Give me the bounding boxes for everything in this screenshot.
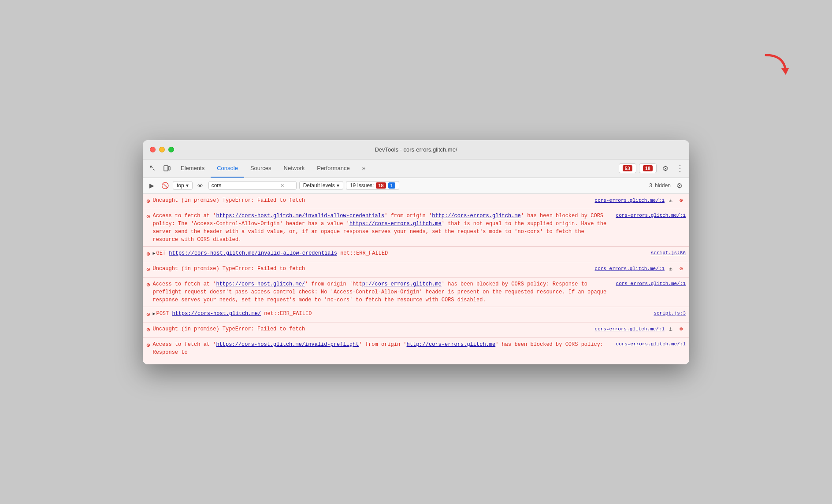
console-entry: ⊗ Uncaught (in promise) TypeError: Faile…: [143, 322, 689, 338]
entry-text: Uncaught (in promise) TypeError: Failed …: [152, 265, 591, 273]
origin-link[interactable]: http://cors-errors.glitch.me: [432, 213, 521, 219]
inspect-element-button[interactable]: [146, 162, 160, 175]
entry-text: Uncaught (in promise) TypeError: Failed …: [152, 196, 591, 204]
live-expressions-button[interactable]: 👁: [195, 180, 206, 191]
error-icon: ⊗: [146, 326, 150, 335]
device-toggle-button[interactable]: [160, 162, 174, 175]
console-entry: ⊗ Access to fetch at 'https://cors-host.…: [143, 338, 689, 364]
title-bar: DevTools - cors-errors.glitch.me/: [143, 140, 689, 159]
entry-link[interactable]: cors-errors.glitch.me/:1: [616, 341, 686, 348]
close-entry-icon[interactable]: ⊗: [677, 265, 686, 274]
error-count-button[interactable]: 53: [619, 163, 636, 173]
console-toolbar: ▶ 🚫 top ▾ 👁 ✕ Default levels ▾ 19 Issues…: [143, 178, 689, 194]
warning-count-button[interactable]: 18: [639, 163, 657, 173]
get-url-link[interactable]: https://cors-host.glitch.me/invalid-allo…: [169, 250, 337, 256]
entry-actions: cors-errors.glitch.me/:1 ⚓ ⊗: [595, 196, 686, 205]
cors-url-link-2[interactable]: ntials: [365, 213, 384, 219]
entry-actions: cors-errors.glitch.me/:1 ⚓ ⊗: [595, 325, 686, 334]
fetch-url-link[interactable]: https://cors-host.glitch.me/: [216, 281, 305, 287]
filter-clear-button[interactable]: ✕: [279, 183, 285, 189]
tab-console[interactable]: Console: [211, 159, 244, 178]
more-options-button[interactable]: ⋮: [674, 163, 686, 173]
warning-badge: 18: [643, 165, 653, 171]
console-entry: ⊗ ▶GET https://cors-host.glitch.me/inval…: [143, 247, 689, 262]
close-entry-icon[interactable]: ⊗: [677, 325, 686, 334]
entry-content: ▶POST https://cors-host.glitch.me/ net::…: [152, 310, 686, 318]
console-entry: ⊗ ▶POST https://cors-host.glitch.me/ net…: [143, 307, 689, 322]
console-output[interactable]: ⊗ Uncaught (in promise) TypeError: Faile…: [143, 194, 689, 364]
console-clear-button[interactable]: 🚫: [160, 180, 170, 191]
tab-list: Elements Console Sources Network Perform…: [175, 159, 618, 178]
entry-link[interactable]: cors-errors.glitch.me/:1: [595, 265, 665, 273]
error-icon: ⊗: [146, 197, 150, 206]
entry-link[interactable]: script.js:86: [651, 249, 686, 257]
settings-button[interactable]: ⚙: [659, 162, 672, 174]
entry-header-row: Access to fetch at 'https://cors-host.gl…: [152, 212, 686, 244]
console-entry: ⊗ Access to fetch at 'https://cors-host.…: [143, 278, 689, 307]
console-entry: ⊗ Uncaught (in promise) TypeError: Faile…: [143, 262, 689, 278]
tab-performance[interactable]: Performance: [311, 159, 356, 178]
preflight-url-link[interactable]: https://cors-host.glitch.me/invalid-pref…: [216, 341, 359, 348]
error-icon: ⊗: [146, 212, 150, 222]
entry-text: ▶GET https://cors-host.glitch.me/invalid…: [152, 249, 647, 257]
svg-rect-0: [164, 166, 168, 171]
close-button[interactable]: [150, 147, 156, 152]
context-dropdown[interactable]: top ▾: [173, 181, 193, 190]
entry-link[interactable]: cors-errors.glitch.me/:1: [595, 197, 665, 204]
entry-content: ▶GET https://cors-host.glitch.me/invalid…: [152, 249, 686, 257]
entry-link[interactable]: cors-errors.glitch.me/:1: [616, 212, 686, 219]
entry-text: Uncaught (in promise) TypeError: Failed …: [152, 325, 591, 333]
entry-text: Access to fetch at 'https://cors-host.gl…: [152, 341, 612, 356]
tab-sources[interactable]: Sources: [244, 159, 278, 178]
expand-arrow[interactable]: ▶: [152, 251, 155, 256]
filter-input-container[interactable]: ✕: [208, 181, 297, 190]
entry-link[interactable]: cors-errors.glitch.me/:1: [595, 326, 665, 333]
origin-text: htt: [353, 281, 362, 287]
entry-link[interactable]: script.js:3: [654, 310, 686, 317]
traffic-lights: [150, 147, 174, 152]
post-url-link[interactable]: https://cors-host.glitch.me/: [172, 311, 261, 317]
hidden-label: hidden: [655, 182, 671, 189]
tab-elements[interactable]: Elements: [175, 159, 211, 178]
entry-content: Access to fetch at 'https://cors-host.gl…: [152, 280, 686, 304]
tab-more[interactable]: »: [356, 159, 371, 178]
origin-link-2[interactable]: p://cors-errors.glitch.me: [362, 281, 442, 287]
acao-link[interactable]: https://cors-errors.glitch.me: [349, 221, 442, 227]
anchor-icon[interactable]: ⚓: [666, 265, 675, 274]
origin-link-3[interactable]: http://cors-errors.glitch.me: [407, 341, 496, 348]
entry-text: ▶POST https://cors-host.glitch.me/ net::…: [152, 310, 650, 318]
console-settings-button[interactable]: ⚙: [673, 179, 686, 192]
hidden-count: 3: [649, 182, 652, 189]
console-run-button[interactable]: ▶: [146, 180, 157, 191]
error-icon: ⊗: [146, 250, 150, 259]
entry-header-row: Access to fetch at 'https://cors-host.gl…: [152, 280, 686, 304]
console-right: 3 hidden ⚙: [649, 179, 686, 192]
issues-error-badge: 18: [376, 182, 386, 189]
console-entry: ⊗ Access to fetch at 'https://cors-host.…: [143, 209, 689, 247]
error-icon: ⊗: [146, 265, 150, 274]
cors-url-link[interactable]: https://cors-host.glitch.me/invalid-allo…: [216, 213, 365, 219]
entry-content: Uncaught (in promise) TypeError: Failed …: [152, 325, 686, 334]
entry-link[interactable]: cors-errors.glitch.me/:1: [616, 280, 686, 288]
entry-content: Uncaught (in promise) TypeError: Failed …: [152, 196, 686, 205]
tab-network[interactable]: Network: [278, 159, 311, 178]
entry-actions: cors-errors.glitch.me/:1 ⚓ ⊗: [595, 265, 686, 274]
entry-text: Access to fetch at 'https://cors-host.gl…: [152, 212, 612, 244]
expand-arrow[interactable]: ▶: [152, 311, 155, 316]
log-levels-button[interactable]: Default levels ▾: [299, 181, 343, 190]
anchor-icon[interactable]: ⚓: [666, 196, 675, 205]
console-entry: ⊗ Uncaught (in promise) TypeError: Faile…: [143, 194, 689, 209]
minimize-button[interactable]: [159, 147, 165, 152]
svg-rect-1: [168, 167, 170, 170]
anchor-icon[interactable]: ⚓: [666, 325, 675, 334]
error-badge: 53: [623, 165, 632, 171]
filter-input[interactable]: [212, 182, 278, 189]
main-toolbar: Elements Console Sources Network Perform…: [143, 159, 689, 178]
entry-header-row: Access to fetch at 'https://cors-host.gl…: [152, 341, 686, 356]
close-entry-icon[interactable]: ⊗: [677, 196, 686, 205]
issues-button[interactable]: 19 Issues: 18 1: [346, 181, 399, 190]
maximize-button[interactable]: [168, 147, 174, 152]
toolbar-right: 53 18 ⚙ ⋮: [619, 162, 686, 174]
entry-text: Access to fetch at 'https://cors-host.gl…: [152, 280, 612, 304]
entry-content: Uncaught (in promise) TypeError: Failed …: [152, 265, 686, 274]
